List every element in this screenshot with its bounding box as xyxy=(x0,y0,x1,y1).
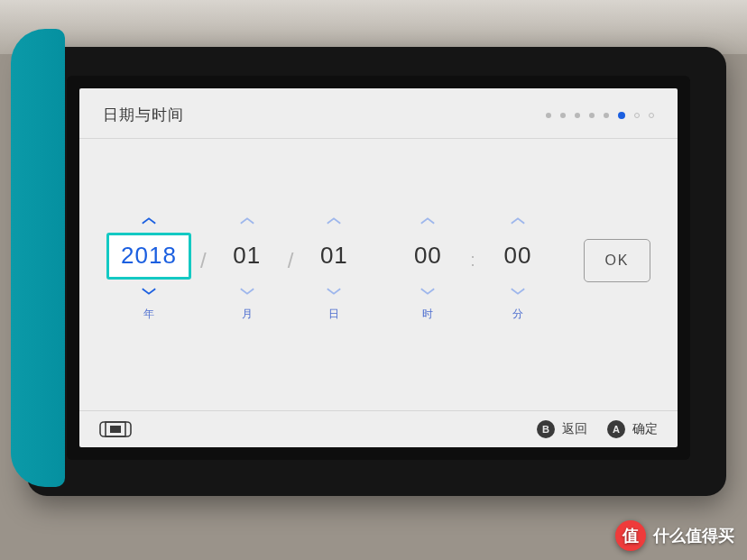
svg-rect-2 xyxy=(110,426,121,433)
photo-background xyxy=(0,0,747,54)
value-year[interactable]: 2018 xyxy=(106,233,191,280)
chevron-up-icon[interactable] xyxy=(510,216,526,225)
field-year[interactable]: 2018 年 xyxy=(106,216,191,319)
chevron-up-icon[interactable] xyxy=(141,216,157,225)
progress-dot xyxy=(634,113,640,118)
chevron-down-icon[interactable] xyxy=(141,287,157,296)
value-month[interactable]: 01 xyxy=(216,233,279,280)
progress-dot xyxy=(560,113,566,118)
header-bar: 日期与时间 xyxy=(79,88,678,139)
progress-dot xyxy=(649,113,654,118)
value-day[interactable]: 01 xyxy=(302,233,365,280)
setup-progress-dots xyxy=(546,112,654,119)
chevron-down-icon[interactable] xyxy=(326,287,342,296)
progress-dot-active xyxy=(618,112,625,119)
hint-back: B 返回 xyxy=(537,420,587,438)
label-hour: 时 xyxy=(422,307,433,319)
date-separator: / xyxy=(198,248,208,273)
date-separator: / xyxy=(286,248,296,273)
value-hour[interactable]: 00 xyxy=(396,233,459,280)
value-minute[interactable]: 00 xyxy=(486,233,549,280)
a-button-icon: A xyxy=(607,420,625,438)
hint-confirm: A 确定 xyxy=(607,420,658,438)
nintendo-switch-device: 日期与时间 2018 xyxy=(27,47,726,496)
controller-icon xyxy=(99,421,132,437)
button-hints: B 返回 A 确定 xyxy=(537,420,658,438)
hint-back-label: 返回 xyxy=(562,421,587,437)
label-month: 月 xyxy=(242,307,253,319)
label-day: 日 xyxy=(328,307,339,319)
date-time-picker: 2018 年 / 01 月 / 01 xyxy=(79,139,678,410)
chevron-down-icon[interactable] xyxy=(239,287,255,296)
progress-dot xyxy=(575,113,580,118)
progress-dot xyxy=(604,113,609,118)
chevron-down-icon[interactable] xyxy=(510,287,526,296)
smzdm-badge-icon: 值 xyxy=(615,520,646,551)
ok-button[interactable]: OK xyxy=(584,239,650,282)
screen-content: 日期与时间 2018 xyxy=(79,88,678,447)
smzdm-text: 什么值得买 xyxy=(653,525,734,546)
joycon-left xyxy=(11,29,65,487)
chevron-down-icon[interactable] xyxy=(420,287,436,296)
hint-confirm-label: 确定 xyxy=(632,421,658,437)
smzdm-watermark: 值 什么值得买 xyxy=(615,520,734,551)
field-day[interactable]: 01 日 xyxy=(302,216,365,319)
page-title: 日期与时间 xyxy=(103,105,184,125)
label-year: 年 xyxy=(143,307,154,319)
progress-dot xyxy=(546,113,551,118)
progress-dot xyxy=(589,113,595,118)
chevron-up-icon[interactable] xyxy=(420,216,436,225)
field-minute[interactable]: 00 分 xyxy=(486,216,549,319)
label-minute: 分 xyxy=(512,307,523,319)
time-separator: : xyxy=(466,250,479,271)
field-hour[interactable]: 00 时 xyxy=(396,216,459,319)
chevron-up-icon[interactable] xyxy=(239,216,255,225)
screen-bezel: 日期与时间 2018 xyxy=(67,76,690,460)
picker-fields: 2018 年 / 01 月 / 01 xyxy=(106,216,549,319)
footer-bar: B 返回 A 确定 xyxy=(79,410,678,447)
field-month[interactable]: 01 月 xyxy=(216,216,279,319)
b-button-icon: B xyxy=(537,420,555,438)
chevron-up-icon[interactable] xyxy=(326,216,342,225)
